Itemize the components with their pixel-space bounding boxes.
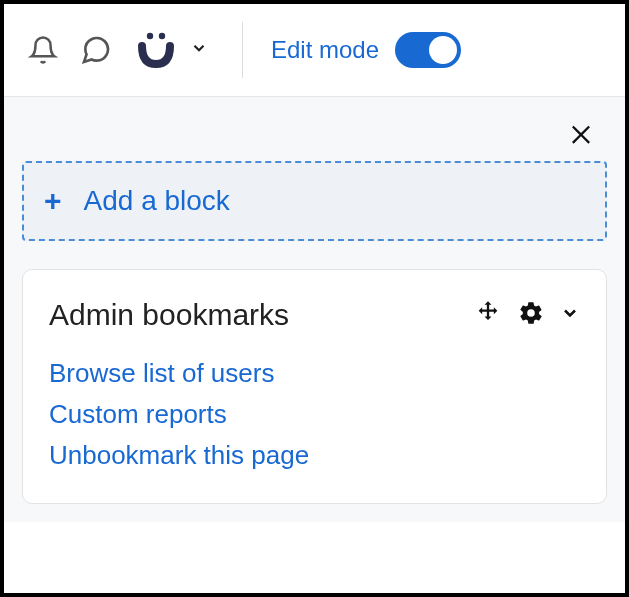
notifications-icon[interactable]: [28, 35, 58, 65]
move-icon[interactable]: [474, 299, 502, 331]
add-block-label: Add a block: [84, 185, 230, 217]
add-block-button[interactable]: + Add a block: [22, 161, 607, 241]
avatar-icon: [134, 26, 178, 74]
close-drawer-icon[interactable]: [567, 119, 595, 151]
divider: [242, 22, 243, 78]
edit-mode-toggle[interactable]: [395, 32, 461, 68]
block-drawer: + Add a block Admin bookmarks: [4, 97, 625, 522]
messages-icon[interactable]: [80, 34, 112, 66]
chevron-down-icon[interactable]: [560, 303, 580, 327]
bookmark-link-unbookmark[interactable]: Unbookmark this page: [49, 440, 580, 471]
bookmark-link-browse-users[interactable]: Browse list of users: [49, 358, 580, 389]
user-menu[interactable]: [134, 26, 208, 74]
edit-mode-toggle-group: Edit mode: [271, 32, 461, 68]
plus-icon: +: [44, 186, 62, 216]
svg-point-1: [159, 33, 165, 39]
chevron-down-icon: [190, 39, 208, 61]
svg-point-0: [147, 33, 153, 39]
bookmark-link-custom-reports[interactable]: Custom reports: [49, 399, 580, 430]
topbar: Edit mode: [4, 4, 625, 97]
edit-mode-label: Edit mode: [271, 36, 379, 64]
block-title: Admin bookmarks: [49, 298, 289, 332]
gear-icon[interactable]: [518, 300, 544, 330]
admin-bookmarks-block: Admin bookmarks: [22, 269, 607, 504]
